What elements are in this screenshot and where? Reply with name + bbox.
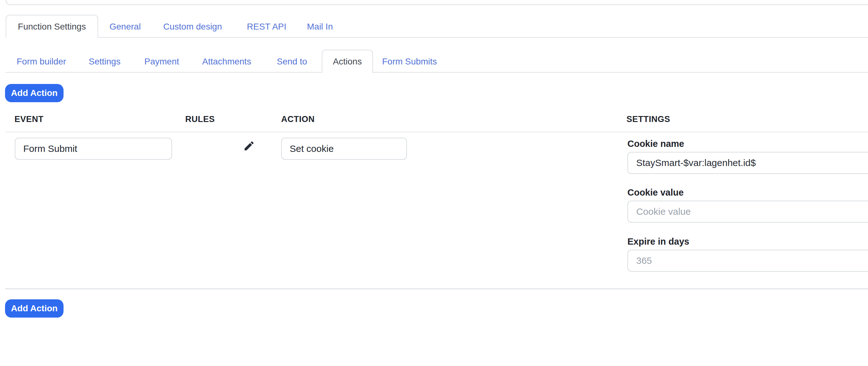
column-header-action: ACTION — [281, 115, 315, 124]
row-divider-bottom — [5, 288, 868, 289]
cookie-name-label: Cookie name — [627, 139, 684, 149]
add-action-button-top[interactable]: Add Action — [5, 84, 64, 102]
tab-form-builder[interactable]: Form builder — [17, 57, 66, 66]
column-header-event: EVENT — [14, 115, 44, 124]
cookie-name-input[interactable] — [627, 152, 868, 174]
tab-function-settings[interactable]: Function Settings — [6, 15, 98, 38]
expire-in-days-input[interactable] — [627, 250, 868, 272]
action-select[interactable]: Set cookie — [281, 138, 407, 160]
primary-tabbar-border — [6, 37, 868, 38]
event-select[interactable]: Form Submit — [15, 138, 172, 160]
tab-actions[interactable]: Actions — [322, 50, 373, 73]
tab-payment[interactable]: Payment — [144, 57, 179, 66]
pencil-icon — [243, 140, 255, 152]
add-action-button-bottom[interactable]: Add Action — [5, 299, 64, 317]
tab-custom-design[interactable]: Custom design — [163, 22, 222, 31]
tab-mail-in[interactable]: Mail In — [307, 22, 333, 31]
row-divider-top — [5, 132, 868, 132]
tab-rest-api[interactable]: REST API — [247, 22, 286, 31]
column-header-settings: SETTINGS — [626, 115, 670, 124]
tab-attachments[interactable]: Attachments — [202, 57, 251, 66]
top-cutoff-field — [6, 0, 868, 5]
expire-in-days-label: Expire in days — [627, 237, 689, 247]
tab-send-to[interactable]: Send to — [277, 57, 307, 66]
cookie-value-label: Cookie value — [627, 187, 684, 198]
secondary-tabbar-border — [6, 72, 868, 73]
edit-rules-button[interactable] — [242, 139, 256, 153]
column-header-rules: RULES — [185, 115, 215, 124]
tab-general[interactable]: General — [110, 22, 141, 31]
cookie-value-input[interactable] — [627, 201, 868, 223]
tab-settings[interactable]: Settings — [89, 57, 120, 66]
tab-form-submits[interactable]: Form Submits — [382, 57, 437, 66]
actions-settings-page: Function Settings General Custom design … — [0, 0, 868, 366]
